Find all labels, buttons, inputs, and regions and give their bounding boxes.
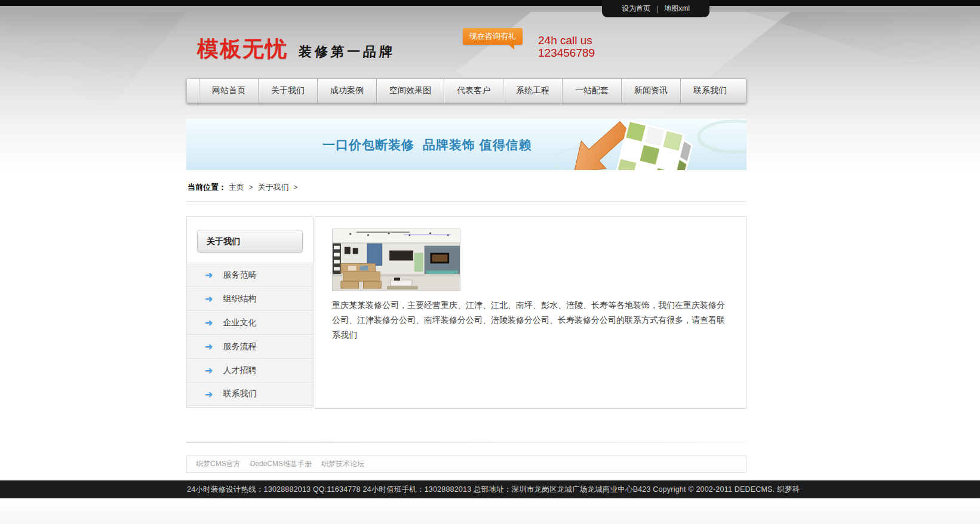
logo-tagline: 装修第一品牌: [298, 43, 396, 61]
nav-item[interactable]: 联系我们: [680, 79, 739, 103]
sidebar-menu-item[interactable]: ➜ 服务流程: [187, 334, 313, 358]
arrow-right-icon: ➜: [205, 317, 213, 328]
quick-links-separator: |: [656, 5, 658, 13]
set-home-link[interactable]: 设为首页: [622, 4, 650, 14]
page: 设为首页 | 地图xml 模板无忧 装修第一品牌 现在咨询有礼 24h call…: [0, 0, 980, 524]
breadcrumb-current-link[interactable]: 关于我们: [257, 183, 288, 192]
quick-links-bar: 设为首页 | 地图xml: [602, 0, 709, 17]
main-content-columns: 关于我们 ➜ 服务范畴 ➜ 组织结构 ➜ 企业文化 ➜ 服务流程 ➜ 人才招聘: [186, 216, 746, 409]
nav-item-label: 关于我们: [271, 85, 305, 96]
promo-speech-bubble: 现在咨询有礼: [463, 28, 523, 45]
arrow-right-icon: ➜: [205, 269, 213, 281]
nav-list: 网站首页关于我们成功案例空间效果图代表客户系统工程一站配套新闻资讯联系我们: [187, 79, 746, 103]
breadcrumb-separator: >: [293, 183, 298, 192]
sidebar-item-label: 组织结构: [223, 294, 256, 304]
nav-item[interactable]: 空间效果图: [376, 79, 444, 103]
interior-photo: [332, 229, 460, 291]
nav-item[interactable]: 系统工程: [503, 79, 562, 103]
hotline-block: 24h call us 123456789: [538, 34, 595, 59]
sidebar-item-label: 服务范畴: [223, 270, 256, 281]
sidebar-menu: ➜ 服务范畴 ➜ 组织结构 ➜ 企业文化 ➜ 服务流程 ➜ 人才招聘 ➜ 联系我…: [187, 263, 313, 406]
phone-number: 123456789: [538, 47, 595, 59]
nav-item-label: 联系我们: [693, 85, 727, 96]
nav-item[interactable]: 成功案例: [317, 79, 376, 103]
arrow-right-icon: ➜: [205, 341, 213, 352]
breadcrumb-label: 当前位置：: [188, 183, 226, 192]
banner-slogan: 一口价包断装修 品牌装饰 值得信赖: [322, 137, 532, 153]
sidebar-menu-item[interactable]: ➜ 人才招聘: [187, 358, 313, 382]
friend-links-bar: 织梦CMS官方DedeCMS维基手册织梦技术论坛: [186, 455, 746, 473]
sidebar-item-label: 企业文化: [223, 318, 256, 328]
arrow-right-icon: ➜: [205, 365, 213, 376]
call-us-label: 24h call us: [538, 34, 595, 47]
sidebar-menu-item[interactable]: ➜ 联系我们: [187, 382, 313, 406]
sidebar: 关于我们 ➜ 服务范畴 ➜ 组织结构 ➜ 企业文化 ➜ 服务流程 ➜ 人才招聘: [186, 216, 314, 408]
top-black-strip: [0, 0, 980, 6]
main-nav: 网站首页关于我们成功案例空间效果图代表客户系统工程一站配套新闻资讯联系我们: [186, 78, 746, 103]
about-paragraph: 重庆某某装修公司，主要经营重庆、江津、江北、南坪、彭水、涪陵、长寿等各地装饰，我…: [332, 298, 727, 343]
sidebar-menu-item[interactable]: ➜ 服务范畴: [187, 263, 313, 286]
logo-text: 模板无忧: [197, 35, 288, 64]
arrow-right-icon: ➜: [205, 293, 213, 304]
friend-link[interactable]: 织梦CMS官方: [196, 459, 241, 469]
nav-item-label: 一站配套: [575, 85, 609, 96]
sidebar-item-label: 联系我们: [223, 389, 256, 399]
cube-arrow-graphic: [555, 119, 746, 170]
nav-item[interactable]: 网站首页: [199, 79, 258, 103]
nav-item-label: 系统工程: [516, 85, 549, 96]
nav-item[interactable]: 关于我们: [258, 79, 317, 103]
footer-bottom-strip: [0, 498, 980, 524]
breadcrumb-separator: >: [248, 183, 253, 192]
nav-item[interactable]: 新闻资讯: [621, 79, 680, 103]
footer-bar: 24小时装修设计热线：13028882013 QQ:11634778 24小时值…: [0, 480, 980, 498]
footer-text: 24小时装修设计热线：13028882013 QQ:11634778 24小时值…: [187, 485, 800, 495]
sidebar-item-label: 人才招聘: [223, 365, 256, 376]
logo[interactable]: 模板无忧 装修第一品牌: [197, 35, 395, 64]
sidebar-item-label: 服务流程: [223, 341, 256, 352]
sitemap-xml-link[interactable]: 地图xml: [664, 4, 690, 14]
nav-item-label: 新闻资讯: [634, 85, 668, 96]
content-area: 重庆某某装修公司，主要经营重庆、江津、江北、南坪、彭水、涪陵、长寿等各地装饰，我…: [315, 216, 746, 409]
sidebar-menu-item[interactable]: ➜ 组织结构: [187, 286, 313, 310]
sidebar-title: 关于我们: [197, 230, 303, 252]
breadcrumb: 当前位置： 主页 > 关于我们 >: [186, 181, 746, 202]
nav-item-label: 网站首页: [212, 85, 245, 96]
nav-item-label: 成功案例: [330, 85, 364, 96]
nav-item-label: 代表客户: [457, 85, 490, 96]
breadcrumb-home-link[interactable]: 主页: [229, 183, 244, 192]
friend-link[interactable]: DedeCMS维基手册: [250, 459, 312, 469]
nav-item-label: 空间效果图: [389, 85, 431, 96]
section-divider: [186, 442, 746, 443]
sidebar-menu-item[interactable]: ➜ 企业文化: [187, 310, 313, 334]
friend-link[interactable]: 织梦技术论坛: [321, 459, 364, 469]
promo-banner: 一口价包断装修 品牌装饰 值得信赖: [186, 119, 746, 170]
nav-item[interactable]: 代表客户: [444, 79, 503, 103]
nav-item[interactable]: 一站配套: [562, 79, 621, 103]
arrow-right-icon: ➜: [205, 389, 213, 400]
